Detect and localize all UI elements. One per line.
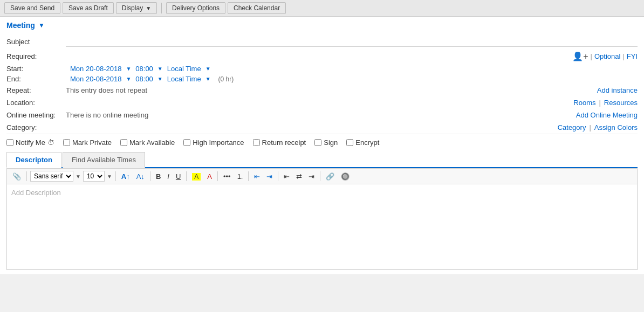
location-row: Location: Rooms | Resources: [6, 96, 638, 109]
display-label: Display: [122, 4, 143, 12]
subject-label: Subject: [6, 38, 66, 46]
meeting-title[interactable]: Meeting: [6, 21, 35, 30]
start-date-button[interactable]: Mon 20-08-2018: [69, 65, 122, 73]
start-timezone-button[interactable]: Local Time: [166, 65, 202, 73]
check-calendar-button[interactable]: Check Calendar: [228, 2, 286, 14]
save-and-send-button[interactable]: Save and Send: [4, 2, 60, 14]
end-date-arrow-icon[interactable]: ▼: [126, 76, 131, 82]
mark-available-checkbox[interactable]: [120, 139, 127, 146]
numbered-list-button[interactable]: 1.: [235, 171, 245, 182]
end-time-arrow-icon[interactable]: ▼: [157, 76, 163, 82]
toolbar-separator-1: [161, 3, 162, 13]
online-meeting-label: Online meeting:: [6, 111, 66, 119]
repeat-row: Repeat: This entry does not repeat Add i…: [6, 84, 638, 96]
delivery-options-button[interactable]: Delivery Options: [166, 2, 225, 14]
text-color-button[interactable]: A: [205, 171, 214, 182]
location-input[interactable]: [66, 99, 573, 107]
add-instance-button[interactable]: Add instance: [597, 86, 638, 94]
resources-button[interactable]: Resources: [604, 99, 638, 107]
tab-find-times[interactable]: Find Available Times: [63, 152, 145, 168]
editor-sep-6: [248, 171, 249, 181]
sign-checkbox-item: Sign: [314, 138, 338, 147]
start-time-button[interactable]: 08:00: [134, 65, 154, 73]
editor-sep-7: [278, 171, 278, 181]
tab-description[interactable]: Descripton: [6, 152, 61, 168]
category-button[interactable]: Category: [558, 123, 586, 131]
editor-sep-1: [26, 171, 27, 181]
high-importance-checkbox[interactable]: [183, 139, 190, 146]
mark-private-label: Mark Private: [72, 138, 112, 147]
optional-button[interactable]: Optional: [594, 52, 620, 60]
add-person-icon[interactable]: 👤+: [572, 51, 588, 61]
editor-sep-4: [186, 171, 187, 181]
end-timezone-button[interactable]: Local Time: [166, 75, 202, 83]
font-size-smaller-icon[interactable]: A↓: [134, 171, 147, 182]
end-label: End:: [6, 75, 66, 83]
high-importance-label: High Importance: [193, 138, 244, 147]
subject-row: Subject: [6, 34, 638, 49]
bullet-list-button[interactable]: •••: [221, 171, 233, 182]
start-date-arrow-icon[interactable]: ▼: [126, 66, 131, 72]
italic-button[interactable]: I: [165, 171, 172, 182]
text-highlight-color-button[interactable]: A: [190, 171, 203, 182]
required-label: Required:: [6, 52, 66, 60]
online-meeting-text: There is no online meeting: [66, 111, 148, 119]
pipe-1: |: [591, 52, 592, 60]
return-receipt-checkbox[interactable]: [253, 139, 260, 146]
end-timezone-arrow-icon[interactable]: ▼: [205, 76, 211, 82]
attach-icon[interactable]: 📎: [10, 171, 23, 182]
editor-sep-5: [217, 171, 218, 181]
encrypt-checkbox[interactable]: [346, 139, 353, 146]
font-size-select[interactable]: 10: [83, 171, 105, 182]
editor-toolbar: 📎 Sans serif ▼ 10 ▼ A↑ A↓ B I U A A ••• …: [6, 168, 638, 184]
start-row: Start: Mon 20-08-2018 ▼ 08:00 ▼ Local Ti…: [6, 64, 638, 74]
rooms-button[interactable]: Rooms: [573, 99, 595, 107]
remove-link-button[interactable]: 🔘: [339, 171, 352, 182]
mark-private-checkbox-item: Mark Private: [63, 138, 112, 147]
notify-me-checkbox[interactable]: [6, 139, 13, 146]
insert-link-button[interactable]: 🔗: [324, 171, 337, 182]
size-arrow-icon: ▼: [107, 174, 112, 179]
return-receipt-label: Return receipt: [262, 138, 306, 147]
encrypt-label: Encrypt: [355, 138, 379, 147]
mark-private-checkbox[interactable]: [63, 139, 70, 146]
editor-area[interactable]: Add Description: [6, 184, 638, 270]
required-row: Required: 👤+ | Optional | FYI: [6, 49, 638, 64]
display-button[interactable]: Display ▼: [116, 2, 157, 14]
sign-checkbox[interactable]: [314, 139, 321, 146]
font-family-select[interactable]: Sans serif: [30, 171, 73, 182]
fyi-button[interactable]: FYI: [627, 52, 638, 60]
notify-me-checkbox-item: Notify Me ⏱: [6, 138, 54, 147]
end-date-button[interactable]: Mon 20-08-2018: [69, 75, 122, 83]
decrease-indent-button[interactable]: ⇤: [252, 171, 262, 182]
font-size-larger-icon[interactable]: A↑: [119, 171, 132, 182]
repeat-label: Repeat:: [6, 86, 66, 94]
end-time-button[interactable]: 08:00: [134, 75, 154, 83]
save-as-draft-button[interactable]: Save as Draft: [63, 2, 114, 14]
required-input[interactable]: [66, 52, 572, 60]
align-left-button[interactable]: ⇤: [282, 171, 292, 182]
main-content: Meeting ▼ Subject Required: 👤+ | Optiona…: [0, 17, 644, 274]
display-arrow-icon: ▼: [146, 5, 151, 11]
subject-input[interactable]: [66, 36, 638, 47]
checkboxes-row: Notify Me ⏱ Mark Private Mark Available …: [6, 134, 638, 151]
underline-button[interactable]: U: [174, 171, 183, 182]
encrypt-checkbox-item: Encrypt: [346, 138, 379, 147]
editor-sep-3: [150, 171, 150, 181]
bold-button[interactable]: B: [154, 171, 163, 182]
main-toolbar: Save and Send Save as Draft Display ▼ De…: [0, 0, 644, 17]
add-online-meeting-button[interactable]: Add Online Meeting: [576, 111, 638, 119]
start-timezone-arrow-icon[interactable]: ▼: [205, 66, 211, 72]
align-right-button[interactable]: ⇥: [306, 171, 317, 182]
start-time-arrow-icon[interactable]: ▼: [157, 66, 163, 72]
align-center-button[interactable]: ⇄: [294, 171, 304, 182]
category-label: Category:: [6, 123, 66, 131]
alarm-icon[interactable]: ⏱: [47, 138, 54, 147]
location-label: Location:: [6, 99, 66, 107]
category-row: Category: Category | Assign Colors: [6, 121, 638, 134]
increase-indent-button[interactable]: ⇥: [264, 171, 275, 182]
assign-colors-button[interactable]: Assign Colors: [594, 123, 638, 131]
meeting-dropdown-arrow-icon[interactable]: ▼: [38, 22, 45, 29]
pipe-3: |: [599, 99, 600, 107]
start-label: Start:: [6, 65, 66, 73]
